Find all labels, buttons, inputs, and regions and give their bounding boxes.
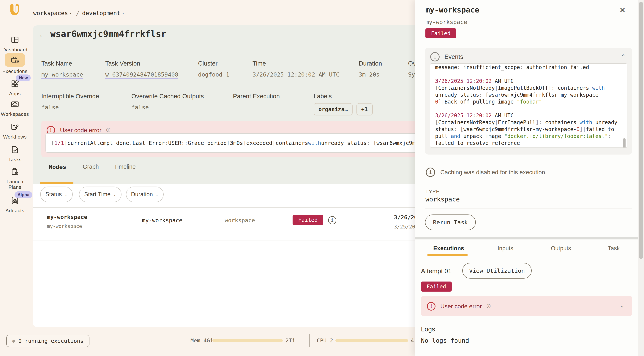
node-type: workspace [225, 217, 255, 224]
attempt-label: Attempt 01 [421, 267, 452, 275]
filter-duration[interactable]: Duration ⌄ [126, 187, 164, 202]
detail-label: Task Name [41, 60, 83, 67]
workspaces-icon [10, 100, 20, 109]
detail-label: Cluster [198, 60, 230, 67]
sidebar-item-workflows[interactable]: Workflows [0, 122, 30, 140]
event-line: 3/26/2025 12:20:02 AM UTC [ContainersNot… [435, 78, 622, 105]
filter-label: Duration [131, 191, 153, 198]
tasks-icon [10, 145, 20, 154]
filter-label: Status [46, 191, 62, 198]
info-icon[interactable]: ⓘ [106, 127, 110, 133]
chevron-down-icon[interactable]: ▾ [70, 11, 72, 15]
detail-cluster: Cluster dogfood-1 [198, 60, 230, 78]
mem-label: Mem 4Gi [190, 337, 213, 344]
sidebar-item-label-line2: Plans [0, 184, 30, 190]
sidebar-item-apps[interactable]: Apps [0, 79, 30, 96]
sidebar-item-workspaces[interactable]: Workspaces [0, 100, 30, 117]
sidebar-item-label: Workflows [0, 134, 30, 140]
node-date-start: 3/26/20 [394, 214, 418, 221]
detail-duration: Duration 3m 20s [359, 60, 382, 78]
cpu-meter [336, 339, 408, 342]
info-icon[interactable]: i [328, 216, 336, 224]
attempt-status-badge: Failed [421, 282, 452, 292]
panel-tab-outputs[interactable]: Outputs [551, 245, 571, 252]
breadcrumb-workspaces[interactable]: workspaces [33, 10, 68, 16]
info-icon: i [426, 168, 435, 177]
panel-subtitle: my-workspace [426, 19, 467, 25]
running-executions-label: 0 running executions [18, 338, 83, 344]
view-utilization-button[interactable]: View Utilization [462, 263, 532, 279]
filter-status[interactable]: Status ⌄ [40, 187, 73, 202]
panel-tab-task[interactable]: Task [608, 245, 620, 252]
union-logo[interactable] [8, 4, 21, 17]
events-log[interactable]: message: insufficient_scope: authorizati… [430, 63, 628, 148]
error-icon: ! [427, 302, 436, 311]
label-chip[interactable]: organiza… [314, 103, 352, 115]
details-panel: my-workspace ✕ my-workspace Failed i Eve… [415, 0, 644, 356]
back-button[interactable]: ← [38, 29, 47, 39]
detail-value: 3m 20s [359, 71, 382, 78]
detail-value: 3/26/2025 12:20:02 AM UTC [252, 71, 340, 78]
detail-label: Overwrite Cached Outputs [131, 93, 204, 100]
divider [425, 209, 632, 209]
tab-nodes[interactable]: Nodes [49, 163, 66, 170]
running-executions-button[interactable]: ● 0 running executions [6, 335, 90, 347]
type-label: TYPE [426, 189, 440, 195]
events-section: i Events ⌃ message: insufficient_scope: … [425, 48, 632, 155]
detail-label: Task Version [105, 60, 178, 67]
meter-divider [309, 335, 310, 347]
caching-note-text: Caching was disabled for this execution. [440, 169, 547, 176]
sidebar-item-launch-plans[interactable]: Launch Plans [0, 167, 30, 190]
mem-max-label: 2Ti [286, 337, 295, 344]
detail-value: dogfood-1 [198, 71, 230, 78]
sidebar-item-label: Launch [0, 179, 30, 184]
sidebar-item-label: Tasks [0, 157, 30, 162]
node-task: my-workspace [142, 217, 182, 224]
sidebar-item-label: Artifacts [0, 208, 30, 213]
sidebar-item-tasks[interactable]: Tasks [0, 145, 30, 162]
tab-graph[interactable]: Graph [83, 163, 99, 170]
sidebar-item-label: Executions [0, 68, 30, 74]
filter-start-time[interactable]: Start Time ⌄ [79, 187, 122, 202]
events-scrollbar[interactable] [623, 138, 626, 148]
detail-label: Parent Execution [233, 93, 280, 100]
detail-parent-execution: Parent Execution – [233, 93, 280, 111]
chevron-up-icon[interactable]: ⌃ [621, 53, 626, 60]
panel-scrollbar[interactable] [639, 2, 643, 259]
detail-label: Duration [359, 60, 382, 67]
breadcrumb-development[interactable]: development [82, 10, 120, 16]
sidebar-item-executions[interactable]: Executions [0, 53, 30, 74]
sidebar-item-label: Dashboard [0, 47, 30, 52]
mem-meter [212, 339, 283, 342]
type-value: workspace [426, 196, 460, 203]
panel-tab-inputs[interactable]: Inputs [498, 245, 513, 252]
label-chip-more[interactable]: +1 [356, 103, 373, 115]
user-code-error-collapsible[interactable]: ! User code error ⓘ ⌄ [421, 296, 632, 316]
panel-scrollbar-track [638, 0, 644, 356]
breadcrumb: workspaces ▾ / development ▾ [33, 10, 126, 16]
detail-label: Time [252, 60, 340, 67]
detail-task-version: Task Version w-6374092484701859408 [105, 60, 178, 78]
panel-tab-executions[interactable]: Executions [433, 245, 464, 252]
task-version-link[interactable]: w-6374092484701859408 [105, 71, 178, 78]
node-subname: my-workspace [47, 223, 82, 229]
tab-timeline[interactable]: Timeline [114, 163, 136, 170]
task-name-link[interactable]: my-workspace [41, 71, 83, 78]
chevron-down-icon[interactable]: ▾ [122, 11, 124, 15]
sidebar-item-dashboard[interactable]: Dashboard [0, 35, 30, 52]
section-divider [415, 237, 638, 239]
close-icon[interactable]: ✕ [619, 5, 626, 15]
rerun-task-button[interactable]: Rerun Task [425, 215, 476, 230]
divider [425, 183, 632, 183]
sidebar-item-label: Apps [0, 91, 30, 96]
divider [415, 256, 638, 256]
event-line [435, 71, 622, 78]
node-name[interactable]: my-workspace [47, 214, 88, 220]
alpha-badge: Alpha [14, 191, 32, 198]
event-line: 3/26/2025 12:20:02 AM UTC [ContainersNot… [435, 112, 622, 148]
detail-value: false [41, 104, 99, 111]
detail-labels: Labels organiza… +1 [314, 93, 376, 115]
dot-icon: ● [12, 338, 15, 344]
sidebar-item-artifacts[interactable]: Artifacts [0, 196, 30, 213]
detail-label: Labels [314, 93, 376, 100]
